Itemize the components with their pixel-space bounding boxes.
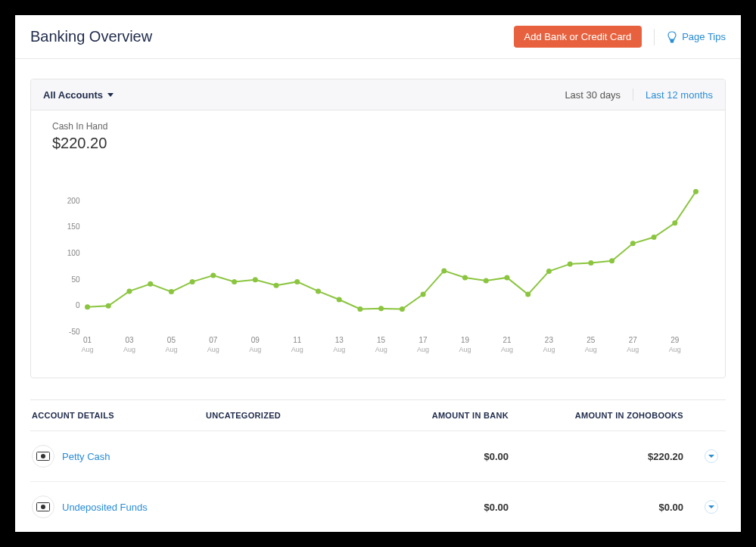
chart-container: -5005010015020001Aug03Aug05Aug07Aug09Aug… <box>31 152 725 378</box>
page-header: Banking Overview Add Bank or Credit Card… <box>15 15 741 59</box>
svg-text:150: 150 <box>67 222 80 231</box>
table-row: Petty Cash $0.00 $220.20 <box>30 431 726 482</box>
svg-text:Aug: Aug <box>459 346 471 353</box>
svg-point-64 <box>672 220 677 225</box>
svg-text:Aug: Aug <box>585 346 597 353</box>
svg-text:05: 05 <box>167 336 176 344</box>
svg-point-40 <box>169 289 174 294</box>
amount-bank-cell: $0.00 <box>357 451 509 462</box>
svg-point-65 <box>693 189 698 194</box>
svg-point-59 <box>568 261 573 266</box>
table-body: Petty Cash $0.00 $220.20 Undeposited Fun… <box>30 431 726 532</box>
account-cell: Undeposited Funds <box>32 496 206 518</box>
svg-text:19: 19 <box>461 336 470 344</box>
svg-point-47 <box>316 288 321 294</box>
account-cell: Petty Cash <box>32 445 206 468</box>
svg-point-67 <box>41 454 45 458</box>
amount-zoho-cell: $220.20 <box>509 451 724 462</box>
page-tips-link[interactable]: Page Tips <box>667 31 726 43</box>
svg-point-41 <box>190 279 195 284</box>
svg-text:Aug: Aug <box>81 346 93 353</box>
amount-bank-cell: $0.00 <box>357 502 509 513</box>
th-amount-zoho: AMOUNT IN ZOHOBOOKS <box>509 411 724 420</box>
account-summary: Cash In Hand $220.20 <box>31 110 725 152</box>
svg-point-55 <box>484 278 489 284</box>
page-tips-label: Page Tips <box>682 31 726 42</box>
svg-text:23: 23 <box>545 336 554 344</box>
svg-point-62 <box>630 241 636 246</box>
svg-point-42 <box>210 273 216 278</box>
svg-text:Aug: Aug <box>501 346 513 353</box>
svg-text:Aug: Aug <box>123 346 135 353</box>
svg-point-52 <box>421 292 426 297</box>
svg-point-49 <box>357 306 362 312</box>
svg-point-51 <box>400 306 405 312</box>
separator <box>633 89 633 101</box>
svg-point-36 <box>85 304 90 309</box>
svg-point-69 <box>41 505 45 509</box>
row-dropdown-button[interactable] <box>705 449 718 463</box>
content: All Accounts Last 30 days Last 12 months… <box>15 59 741 532</box>
svg-text:09: 09 <box>251 336 260 344</box>
svg-text:15: 15 <box>377 336 386 344</box>
summary-label: Cash In Hand <box>52 121 704 132</box>
svg-point-38 <box>126 288 132 294</box>
header-actions: Add Bank or Credit Card Page Tips <box>514 26 726 48</box>
card-header: All Accounts Last 30 days Last 12 months <box>31 79 725 110</box>
caret-down-icon <box>107 93 114 97</box>
svg-text:27: 27 <box>629 336 638 344</box>
svg-text:50: 50 <box>71 275 80 284</box>
svg-point-56 <box>505 275 510 280</box>
svg-point-48 <box>337 297 342 303</box>
svg-text:Aug: Aug <box>627 346 639 353</box>
banking-overview-page: Banking Overview Add Bank or Credit Card… <box>15 15 741 532</box>
svg-point-63 <box>652 235 657 240</box>
svg-text:Aug: Aug <box>249 346 261 353</box>
accounts-label: All Accounts <box>43 89 103 101</box>
svg-text:13: 13 <box>335 336 344 344</box>
svg-text:100: 100 <box>67 249 80 257</box>
add-bank-button[interactable]: Add Bank or Credit Card <box>514 26 642 48</box>
cash-icon <box>36 502 50 511</box>
range-tabs: Last 30 days Last 12 months <box>565 89 713 101</box>
svg-point-57 <box>525 292 530 297</box>
svg-point-44 <box>253 277 258 282</box>
cash-icon <box>36 452 50 461</box>
svg-point-50 <box>378 306 384 311</box>
svg-point-45 <box>274 283 279 288</box>
svg-point-60 <box>588 260 593 266</box>
svg-text:07: 07 <box>209 336 218 344</box>
table-header: ACCOUNT DETAILS UNCATEGORIZED AMOUNT IN … <box>30 399 726 431</box>
svg-text:Aug: Aug <box>543 346 555 353</box>
chevron-down-icon <box>708 505 714 508</box>
svg-point-39 <box>148 281 153 287</box>
th-account-details: ACCOUNT DETAILS <box>32 411 206 420</box>
svg-point-46 <box>294 279 300 284</box>
range-tab-30-days[interactable]: Last 30 days <box>565 89 621 101</box>
svg-text:Aug: Aug <box>207 346 219 353</box>
svg-text:03: 03 <box>125 336 134 344</box>
range-tab-12-months[interactable]: Last 12 months <box>646 89 713 101</box>
svg-text:21: 21 <box>502 336 512 344</box>
amount-zoho-cell: $0.00 <box>509 502 724 513</box>
th-uncategorized: UNCATEGORIZED <box>206 411 357 420</box>
account-icon-wrap <box>32 445 54 468</box>
account-icon-wrap <box>32 496 54 518</box>
svg-text:Aug: Aug <box>333 346 345 353</box>
svg-point-54 <box>462 275 468 280</box>
svg-text:Aug: Aug <box>165 346 177 353</box>
account-link[interactable]: Petty Cash <box>62 451 110 462</box>
chart-card: All Accounts Last 30 days Last 12 months… <box>30 79 726 378</box>
chevron-down-icon <box>708 455 714 458</box>
svg-text:17: 17 <box>419 336 428 344</box>
svg-text:Aug: Aug <box>669 346 681 353</box>
svg-point-37 <box>106 303 111 309</box>
account-link[interactable]: Undeposited Funds <box>62 502 148 513</box>
svg-point-53 <box>441 268 446 273</box>
svg-text:-50: -50 <box>69 328 80 336</box>
row-dropdown-button[interactable] <box>705 500 718 514</box>
accounts-dropdown[interactable]: All Accounts <box>43 89 114 101</box>
summary-value: $220.20 <box>52 135 704 152</box>
cash-line-chart: -5005010015020001Aug03Aug05Aug07Aug09Aug… <box>45 152 711 364</box>
th-amount-bank: AMOUNT IN BANK <box>357 411 509 420</box>
